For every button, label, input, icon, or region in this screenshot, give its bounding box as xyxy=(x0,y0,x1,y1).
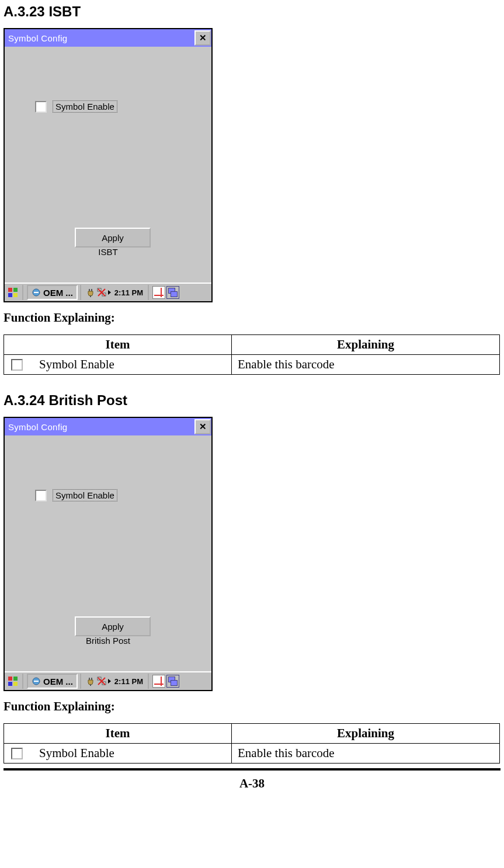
taskbar-app-label: OEM ... xyxy=(43,677,73,686)
item-label: Symbol Enable xyxy=(39,357,114,372)
plug-icon xyxy=(85,288,95,297)
table-header-row: Item Explaining xyxy=(4,724,500,744)
client-area: Symbol Enable Apply British Post xyxy=(5,435,211,671)
tab-name-label: British Post xyxy=(5,636,211,646)
item-explaining: Enable this barcode xyxy=(232,744,500,764)
svg-rect-5 xyxy=(34,292,39,293)
power-icon[interactable] xyxy=(85,287,95,298)
apply-button-label: Apply xyxy=(102,233,124,243)
tray-expand-icon[interactable] xyxy=(108,679,111,684)
page-number: A-38 xyxy=(4,776,500,791)
svg-rect-18 xyxy=(34,681,39,682)
col-explaining: Explaining xyxy=(232,335,500,355)
sip-keyboard-icon[interactable] xyxy=(152,675,165,688)
item-label: Symbol Enable xyxy=(39,746,114,761)
svg-rect-20 xyxy=(91,678,92,680)
client-area: Symbol Enable Apply ISBT xyxy=(5,47,211,283)
svg-rect-14 xyxy=(13,677,18,681)
windows-flag-icon xyxy=(8,676,18,686)
tab-name-label: ISBT xyxy=(5,247,211,257)
start-icon[interactable] xyxy=(6,674,20,689)
taskbar-separator xyxy=(148,285,150,300)
plug-icon xyxy=(85,677,95,686)
start-icon[interactable] xyxy=(6,285,20,300)
section-heading-isbt: A.3.23 ISBT xyxy=(4,4,500,20)
taskbar-app-button[interactable]: OEM ... xyxy=(27,674,78,689)
function-explaining-title: Function Explaining: xyxy=(4,699,500,714)
svg-rect-1 xyxy=(13,288,18,292)
sip-keyboard-icon[interactable] xyxy=(152,286,165,299)
titlebar: Symbol Config ✕ xyxy=(5,29,211,47)
checkbox-icon xyxy=(11,359,23,371)
taskbar: OEM ... 2:11 PM xyxy=(5,671,211,690)
section-heading-british-post: A.3.24 British Post xyxy=(4,392,500,409)
checkbox-icon[interactable] xyxy=(35,490,47,501)
tray-expand-icon[interactable] xyxy=(108,290,111,295)
app-icon xyxy=(32,288,41,297)
item-explaining: Enable this barcode xyxy=(232,355,500,375)
apply-button-label: Apply xyxy=(102,622,124,632)
close-button[interactable]: ✕ xyxy=(194,419,211,434)
power-icon[interactable] xyxy=(85,676,95,686)
close-icon: ✕ xyxy=(199,33,207,43)
symbol-enable-label: Symbol Enable xyxy=(53,100,117,113)
svg-rect-2 xyxy=(8,293,12,297)
symbol-enable-checkbox-row[interactable]: Symbol Enable xyxy=(35,489,117,501)
svg-rect-13 xyxy=(8,677,12,681)
col-explaining: Explaining xyxy=(232,724,500,744)
svg-rect-21 xyxy=(90,684,91,686)
app-icon xyxy=(32,677,41,686)
col-item: Item xyxy=(4,724,232,744)
symbol-config-window-british-post: Symbol Config ✕ Symbol Enable Apply Brit… xyxy=(4,417,213,691)
taskbar-separator xyxy=(80,674,82,689)
apply-button[interactable]: Apply xyxy=(75,616,151,636)
footer-rule xyxy=(4,768,500,771)
window-title: Symbol Config xyxy=(8,422,67,432)
svg-rect-19 xyxy=(89,678,90,680)
taskbar-separator xyxy=(80,285,82,300)
table-header-row: Item Explaining xyxy=(4,335,500,355)
col-item: Item xyxy=(4,335,232,355)
close-icon: ✕ xyxy=(199,421,207,432)
windows-flag-icon xyxy=(8,287,18,298)
taskbar-app-label: OEM ... xyxy=(43,288,73,298)
cascade-windows-icon[interactable] xyxy=(166,675,179,688)
symbol-config-window-isbt: Symbol Config ✕ Symbol Enable Apply ISBT xyxy=(4,28,213,302)
function-explaining-table: Item Explaining Symbol Enable Enable thi… xyxy=(4,723,500,764)
svg-rect-8 xyxy=(90,295,91,297)
network-disconnected-icon[interactable] xyxy=(96,287,107,298)
taskbar-app-button[interactable]: OEM ... xyxy=(27,285,78,300)
taskbar-separator xyxy=(22,285,25,300)
table-row: Symbol Enable Enable this barcode xyxy=(4,744,500,764)
checkbox-icon xyxy=(11,748,23,759)
svg-rect-3 xyxy=(13,293,18,297)
symbol-enable-checkbox-row[interactable]: Symbol Enable xyxy=(35,100,117,113)
taskbar-clock: 2:11 PM xyxy=(114,288,143,297)
svg-rect-6 xyxy=(89,289,90,291)
cascade-windows-icon[interactable] xyxy=(166,286,179,299)
taskbar-separator xyxy=(148,674,150,689)
apply-button[interactable]: Apply xyxy=(75,228,151,247)
table-row: Symbol Enable Enable this barcode xyxy=(4,355,500,375)
svg-rect-15 xyxy=(8,682,12,686)
network-disconnected-icon[interactable] xyxy=(96,676,107,686)
checkbox-icon[interactable] xyxy=(35,101,47,113)
svg-rect-0 xyxy=(8,288,12,292)
symbol-enable-label: Symbol Enable xyxy=(53,489,117,501)
taskbar: OEM ... 2:11 PM xyxy=(5,283,211,301)
svg-rect-7 xyxy=(91,289,92,291)
function-explaining-title: Function Explaining: xyxy=(4,311,500,325)
taskbar-separator xyxy=(22,674,25,689)
close-button[interactable]: ✕ xyxy=(194,30,211,46)
taskbar-clock: 2:11 PM xyxy=(114,677,143,686)
titlebar: Symbol Config ✕ xyxy=(5,418,211,435)
svg-rect-16 xyxy=(13,682,18,686)
function-explaining-table: Item Explaining Symbol Enable Enable thi… xyxy=(4,334,500,375)
window-title: Symbol Config xyxy=(8,33,67,43)
